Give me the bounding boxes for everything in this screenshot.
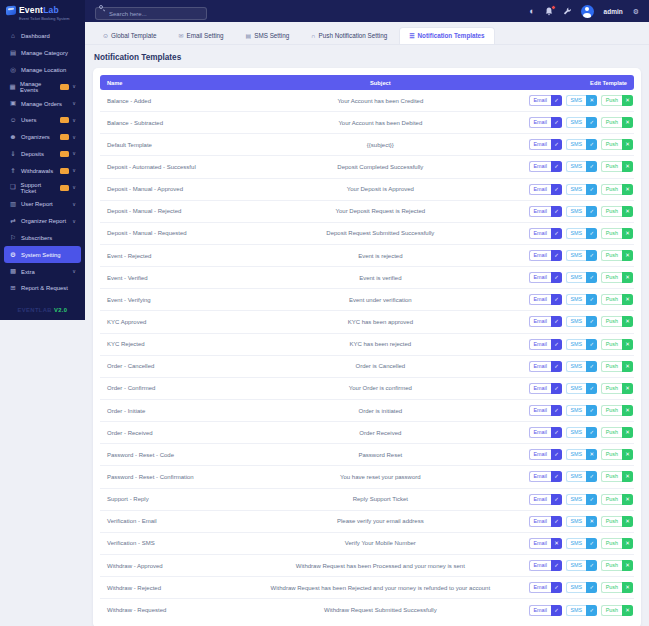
sms-status-toggle-enabled[interactable]: ✓ [586, 383, 597, 394]
email-status-toggle-enabled[interactable]: ✓ [551, 228, 562, 239]
sms-status-toggle-enabled[interactable]: ✓ [586, 405, 597, 416]
email-status-toggle-enabled[interactable]: ✓ [551, 494, 562, 505]
push-edit-button[interactable]: Push [601, 361, 622, 372]
sms-edit-button[interactable]: SMS [566, 582, 587, 593]
push-edit-button[interactable]: Push [601, 383, 622, 394]
sidebar-item-deposits[interactable]: ⇓Deposits∨ [4, 146, 81, 163]
tools-wrench-icon[interactable] [563, 7, 571, 15]
email-status-toggle-enabled[interactable]: ✓ [551, 361, 562, 372]
email-edit-button[interactable]: Email [529, 250, 551, 261]
sms-edit-button[interactable]: SMS [566, 272, 587, 283]
push-status-toggle-disabled[interactable]: ✕ [622, 361, 633, 372]
username-label[interactable]: admin [604, 8, 623, 15]
push-edit-button[interactable]: Push [601, 494, 622, 505]
email-status-toggle-enabled[interactable]: ✓ [551, 471, 562, 482]
notifications-bell-icon[interactable] [545, 7, 553, 16]
sidebar-item-manage-location[interactable]: ◎Manage Location [4, 62, 81, 79]
email-status-toggle-enabled[interactable]: ✓ [551, 95, 562, 106]
push-edit-button[interactable]: Push [601, 582, 622, 593]
email-edit-button[interactable]: Email [529, 516, 551, 527]
sms-edit-button[interactable]: SMS [566, 294, 587, 305]
tab-notification-templates[interactable]: ☰Notification Templates [399, 27, 494, 44]
email-edit-button[interactable]: Email [529, 605, 551, 616]
push-edit-button[interactable]: Push [601, 339, 622, 350]
email-edit-button[interactable]: Email [529, 316, 551, 327]
sms-edit-button[interactable]: SMS [566, 383, 587, 394]
sms-status-toggle-enabled[interactable]: ✓ [586, 139, 597, 150]
sms-edit-button[interactable]: SMS [566, 206, 587, 217]
push-edit-button[interactable]: Push [601, 184, 622, 195]
sms-status-toggle-enabled[interactable]: ✓ [586, 582, 597, 593]
push-status-toggle-disabled[interactable]: ✕ [622, 95, 633, 106]
sms-edit-button[interactable]: SMS [566, 250, 587, 261]
push-status-toggle-disabled[interactable]: ✕ [622, 516, 633, 527]
sms-edit-button[interactable]: SMS [566, 95, 587, 106]
sidebar-item-support-ticket[interactable]: ❏Support Ticket∨ [4, 179, 81, 196]
sms-edit-button[interactable]: SMS [566, 449, 587, 460]
push-edit-button[interactable]: Push [601, 316, 622, 327]
push-edit-button[interactable]: Push [601, 294, 622, 305]
email-edit-button[interactable]: Email [529, 538, 551, 549]
sidebar-item-organizer-report[interactable]: ⇄Organizer Report∨ [4, 213, 81, 230]
user-avatar[interactable] [581, 5, 594, 18]
tab-sms-setting[interactable]: ▤SMS Setting [236, 27, 300, 44]
email-edit-button[interactable]: Email [529, 139, 551, 150]
sidebar-item-withdrawals[interactable]: ⇑Withdrawals∨ [4, 162, 81, 179]
sms-status-toggle-enabled[interactable]: ✓ [586, 228, 597, 239]
sidebar-item-extra[interactable]: ▩Extra∨ [4, 263, 81, 280]
sms-status-toggle-enabled[interactable]: ✓ [586, 206, 597, 217]
sms-status-toggle-disabled[interactable]: ✕ [586, 516, 597, 527]
push-edit-button[interactable]: Push [601, 228, 622, 239]
push-status-toggle-disabled[interactable]: ✕ [622, 538, 633, 549]
email-status-toggle-enabled[interactable]: ✓ [551, 582, 562, 593]
tab-global-template[interactable]: ⊙Global Template [93, 27, 166, 44]
sidebar-item-dashboard[interactable]: ⌂Dashboard [4, 28, 81, 45]
sms-status-toggle-enabled[interactable]: ✓ [586, 339, 597, 350]
email-edit-button[interactable]: Email [529, 294, 551, 305]
email-status-toggle-enabled[interactable]: ✓ [551, 294, 562, 305]
sms-edit-button[interactable]: SMS [566, 538, 587, 549]
sms-status-toggle-enabled[interactable]: ✓ [586, 117, 597, 128]
push-status-toggle-disabled[interactable]: ✕ [622, 250, 633, 261]
email-status-toggle-enabled[interactable]: ✓ [551, 605, 562, 616]
sms-edit-button[interactable]: SMS [566, 339, 587, 350]
push-edit-button[interactable]: Push [601, 405, 622, 416]
sidebar-item-report-request[interactable]: ⊞Report & Request [4, 280, 81, 297]
sms-status-toggle-enabled[interactable]: ✓ [586, 560, 597, 571]
push-status-toggle-disabled[interactable]: ✕ [622, 582, 633, 593]
push-status-toggle-disabled[interactable]: ✕ [622, 494, 633, 505]
email-status-toggle-enabled[interactable]: ✓ [551, 184, 562, 195]
sms-status-toggle-enabled[interactable]: ✓ [586, 184, 597, 195]
email-edit-button[interactable]: Email [529, 383, 551, 394]
push-status-toggle-disabled[interactable]: ✕ [622, 605, 633, 616]
sidebar-item-subscribers[interactable]: ⚐Subscribers [4, 230, 81, 247]
push-status-toggle-disabled[interactable]: ✕ [622, 184, 633, 195]
sms-edit-button[interactable]: SMS [566, 405, 587, 416]
tab-email-setting[interactable]: ✉Email Setting [168, 27, 233, 44]
email-status-toggle-enabled[interactable]: ✓ [551, 316, 562, 327]
sidebar-item-organizers[interactable]: ☻Organizers∨ [4, 129, 81, 146]
email-edit-button[interactable]: Email [529, 339, 551, 350]
email-edit-button[interactable]: Email [529, 494, 551, 505]
email-edit-button[interactable]: Email [529, 449, 551, 460]
push-status-toggle-disabled[interactable]: ✕ [622, 339, 633, 350]
push-status-toggle-disabled[interactable]: ✕ [622, 228, 633, 239]
push-edit-button[interactable]: Push [601, 516, 622, 527]
sms-status-toggle-enabled[interactable]: ✓ [586, 471, 597, 482]
sms-edit-button[interactable]: SMS [566, 560, 587, 571]
push-edit-button[interactable]: Push [601, 605, 622, 616]
push-status-toggle-disabled[interactable]: ✕ [622, 206, 633, 217]
email-status-toggle-enabled[interactable]: ✓ [551, 139, 562, 150]
email-status-toggle-enabled[interactable]: ✓ [551, 516, 562, 527]
sms-status-toggle-enabled[interactable]: ✓ [586, 161, 597, 172]
email-edit-button[interactable]: Email [529, 206, 551, 217]
tab-push-notification-setting[interactable]: ∩Push Notification Setting [301, 27, 397, 44]
push-status-toggle-disabled[interactable]: ✕ [622, 139, 633, 150]
push-status-toggle-disabled[interactable]: ✕ [622, 316, 633, 327]
push-status-toggle-disabled[interactable]: ✕ [622, 383, 633, 394]
push-edit-button[interactable]: Push [601, 449, 622, 460]
sms-edit-button[interactable]: SMS [566, 516, 587, 527]
sms-edit-button[interactable]: SMS [566, 471, 587, 482]
sms-status-toggle-enabled[interactable]: ✓ [586, 361, 597, 372]
sms-status-toggle-enabled[interactable]: ✓ [586, 316, 597, 327]
